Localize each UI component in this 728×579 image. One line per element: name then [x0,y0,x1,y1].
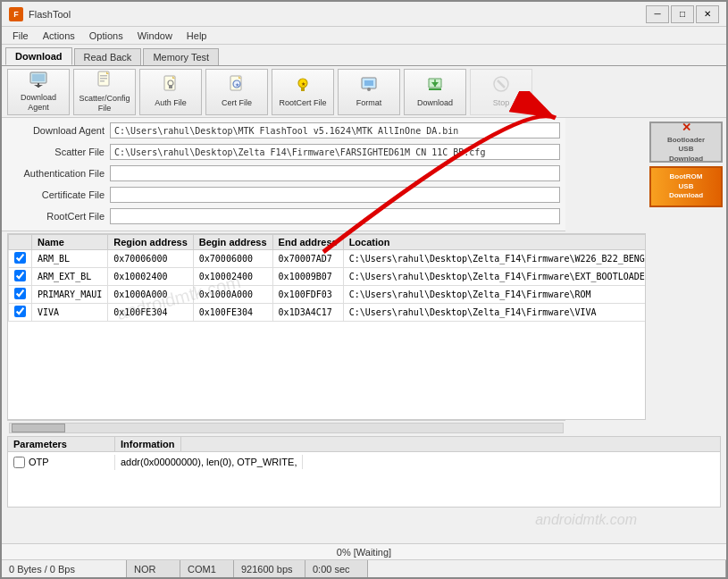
minimize-button[interactable]: ─ [646,5,669,23]
maximize-button[interactable]: □ [671,5,694,23]
progress-bar-area: 0% [Waiting] [2,543,726,559]
col-checkbox [9,235,32,250]
menu-actions[interactable]: Actions [36,29,82,43]
table-wrapper: androidmtk.com Name Region address Begin… [8,234,645,322]
col-name: Name [32,235,108,250]
row-checkbox-2[interactable] [14,288,26,299]
form-right-section: Download Agent Scatter File Authenticati… [2,118,726,231]
table-container[interactable]: androidmtk.com Name Region address Begin… [7,233,646,420]
col-end: End address [272,235,343,250]
toolbar-cert-file[interactable]: ★ Cert File [205,69,268,115]
cert-file-icon: ★ [228,75,246,96]
params-area: Parameters Information OTP addr(0x000000… [7,436,721,508]
content-area: Download Agent Scatter File Authenticati… [2,118,726,577]
toolbar-download[interactable]: Download [404,69,466,115]
svg-rect-18 [364,80,373,86]
toolbar-download-agent-label: Download Agent [10,93,67,113]
toolbar-download-agent[interactable]: Download Agent [7,69,70,115]
params-row-otp: OTP addr(0x00000000), len(0), OTP_WRITE, [8,452,720,472]
form-section: Download Agent Scatter File Authenticati… [2,118,646,231]
row-checkbox-cell[interactable] [9,250,32,268]
toolbar-stop-label: Stop [493,98,510,108]
otp-label: OTP [29,457,49,467]
download-icon [425,75,445,96]
x-icon: ✕ [682,121,691,136]
scroll-thumb[interactable] [12,424,65,432]
row-name-0: ARM_BL [32,250,108,268]
tab-readback[interactable]: Read Back [74,48,142,65]
row-checkbox-0[interactable] [14,252,26,264]
status-rest [368,560,726,577]
form-row-download-agent: Download Agent [7,121,560,140]
title-bar-left: F FlashTool [9,7,71,21]
status-bps: 921600 bps [234,560,305,577]
bootloader-usb-download-button[interactable]: ✕ Bootloader USB Download [649,122,723,163]
close-button[interactable]: ✕ [696,5,719,23]
tab-bar: Download Read Back Memory Test [2,45,726,66]
toolbar-stop[interactable]: Stop [470,69,532,115]
params-cell-info: addr(0x00000000), len(0), OTP_WRITE, [115,455,303,469]
toolbar-auth-file[interactable]: Auth File [139,69,202,115]
row-end-3: 0x1D3A4C17 [272,304,343,322]
toolbar-download-label: Download [417,98,453,108]
input-auth[interactable] [110,165,560,181]
menu-file[interactable]: File [5,29,36,43]
toolbar-scatter-config[interactable]: Scatter/Config File [73,69,136,115]
row-end-1: 0x10009B07 [272,268,343,286]
row-location-0: C:\Users\rahul\Desktop\Zelta_F14\Firmwar… [343,250,646,268]
input-scatter[interactable] [110,144,560,160]
input-rootcert[interactable] [110,208,560,224]
bootrom-usb-download-button[interactable]: BootROM USB Download [649,166,723,207]
form-row-cert: Certificate File [7,185,560,205]
table-header-row: Name Region address Begin address End ad… [9,235,647,250]
table-row: VIVA 0x100FE304 0x100FE304 0x1D3A4C17 C:… [9,304,647,322]
horizontal-scrollbar[interactable] [7,420,565,434]
otp-checkbox[interactable] [13,457,25,468]
row-location-3: C:\Users\rahul\Desktop\Zelta_F14\Firmwar… [343,304,646,322]
form-row-rootcert: RootCert File [7,206,560,226]
svg-rect-1 [32,74,45,81]
label-rootcert: RootCert File [7,211,110,222]
form-row-scatter: Scatter File [7,142,560,162]
row-checkbox-cell[interactable] [9,304,32,322]
app-icon: F [9,7,23,21]
right-spacer [646,231,726,420]
title-bar-controls: ─ □ ✕ [646,5,719,23]
toolbar-format[interactable]: Format [338,69,400,115]
row-checkbox-cell[interactable] [9,268,32,286]
app-window: F FlashTool ─ □ ✕ File Actions Options W… [0,0,728,579]
right-buttons: ✕ Bootloader USB Download BootROM USB Do… [646,118,726,231]
params-col-info: Information [115,437,181,451]
svg-rect-6 [100,78,107,80]
menu-help[interactable]: Help [180,29,214,43]
col-location: Location [343,235,646,250]
tab-memorytest[interactable]: Memory Test [143,48,219,65]
col-region: Region address [108,235,194,250]
bottom-area: Parameters Information OTP addr(0x000000… [2,434,726,543]
watermark-section: androidmtk.com [2,508,726,543]
input-download-agent[interactable] [110,122,560,138]
params-col-param: Parameters [8,437,115,451]
bootloader-usb-label: Bootloader USB Download [667,136,705,164]
row-checkbox-cell[interactable] [9,286,32,304]
row-region-2: 0x1000A000 [108,286,194,304]
status-bytes: 0 Bytes / 0 Bps [2,560,127,577]
row-checkbox-1[interactable] [14,270,26,281]
menu-window[interactable]: Window [130,29,180,43]
status-time: 0:00 sec [305,560,368,577]
svg-rect-20 [368,88,370,90]
tab-download[interactable]: Download [5,47,72,65]
input-cert[interactable] [110,187,560,203]
menu-options[interactable]: Options [82,29,130,43]
watermark-bottom: androidmtk.com [535,512,637,528]
svg-text:★: ★ [301,81,305,87]
scroll-right-spacer [646,420,726,434]
toolbar-rootcert-file[interactable]: ★ RootCert File [272,69,334,115]
scatter-config-icon [96,71,113,91]
status-com: COM1 [180,560,234,577]
title-bar-title: FlashTool [29,9,71,20]
svg-rect-10 [169,85,172,88]
scroll-track [9,423,564,433]
scroll-area [2,420,726,434]
row-checkbox-3[interactable] [14,306,26,317]
